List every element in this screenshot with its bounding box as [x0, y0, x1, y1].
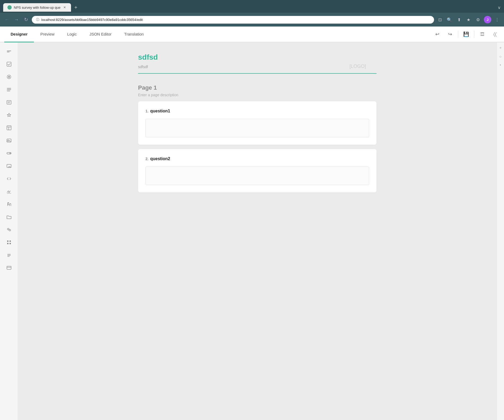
- right-panel-target-icon[interactable]: ⌖: [499, 46, 502, 50]
- svg-rect-8: [7, 100, 11, 104]
- save-button[interactable]: 💾: [461, 29, 471, 39]
- svg-rect-23: [10, 240, 11, 242]
- sidebar-dots-icon[interactable]: [3, 249, 15, 261]
- new-tab-button[interactable]: +: [72, 4, 79, 11]
- sidebar-text-icon[interactable]: [3, 46, 15, 57]
- sidebar-circles-icon[interactable]: [3, 224, 15, 235]
- sidebar-grid-icon[interactable]: [3, 237, 15, 248]
- question-1-title: 1. question1: [145, 109, 369, 113]
- svg-point-32: [7, 256, 8, 257]
- tab-title: NPS survey with follow-up que: [14, 6, 60, 10]
- svg-point-20: [7, 228, 9, 230]
- forward-button[interactable]: →: [13, 16, 20, 23]
- menu-icon[interactable]: ⋮: [493, 16, 501, 23]
- svg-rect-0: [7, 51, 11, 51]
- nav-divider: [458, 30, 458, 38]
- svg-point-26: [7, 254, 8, 255]
- sidebar-signature-icon[interactable]: [3, 186, 15, 197]
- tab-translation[interactable]: Translation: [118, 27, 150, 42]
- right-panel-circle-icon[interactable]: ○: [499, 54, 501, 59]
- settings-button[interactable]: ☲: [478, 29, 487, 39]
- svg-rect-1: [7, 52, 10, 52]
- svg-rect-6: [7, 89, 11, 90]
- svg-point-17: [10, 153, 11, 154]
- svg-point-31: [10, 255, 10, 256]
- survey-container: sdfsd [LOGO] sdfsdf Page 1 Enter a page …: [138, 53, 377, 409]
- svg-point-28: [10, 254, 10, 255]
- survey-header: sdfsd [LOGO] sdfsdf: [138, 53, 377, 74]
- tab-close-button[interactable]: ✕: [63, 5, 67, 10]
- svg-point-21: [9, 229, 11, 231]
- tab-designer[interactable]: Designer: [4, 27, 34, 42]
- sidebar-photo-icon[interactable]: [3, 160, 15, 172]
- tab-bar: NPS survey with follow-up que ✕ + ∨: [0, 0, 504, 13]
- app: Designer Preview Logic JSON Editor Trans…: [0, 27, 504, 420]
- right-panel-dot-icon: •: [500, 63, 501, 67]
- sidebar-folder-icon[interactable]: [3, 211, 15, 223]
- main-layout: sdfsd [LOGO] sdfsdf Page 1 Enter a page …: [0, 42, 504, 420]
- bookmark-icon[interactable]: ★: [465, 16, 472, 23]
- question-1-input[interactable]: [145, 119, 369, 137]
- url-text: localhost:8229/assets/bb6bae15bbb9497c90…: [41, 18, 143, 22]
- tab-logic[interactable]: Logic: [61, 27, 83, 42]
- svg-rect-24: [7, 243, 8, 244]
- right-panel: ⌖ ○ •: [497, 42, 504, 420]
- sidebar-panel-icon[interactable]: [3, 262, 15, 274]
- page-header: Page 1 Enter a page description: [138, 78, 377, 101]
- sidebar-font-icon[interactable]: [3, 198, 15, 210]
- sidebar-multiline-icon[interactable]: [3, 84, 15, 95]
- svg-point-29: [7, 255, 8, 256]
- svg-point-30: [8, 255, 9, 256]
- question-1-number: 1.: [145, 109, 149, 113]
- tab-bar-controls[interactable]: ∨: [498, 5, 501, 10]
- svg-rect-34: [7, 266, 11, 269]
- tab-preview[interactable]: Preview: [34, 27, 61, 42]
- extensions-icon[interactable]: ⚙: [474, 16, 482, 23]
- back-button[interactable]: ←: [3, 16, 11, 23]
- svg-point-27: [8, 254, 9, 255]
- top-nav: Designer Preview Logic JSON Editor Trans…: [0, 27, 504, 42]
- nav-divider2: [474, 30, 474, 38]
- svg-rect-11: [7, 126, 11, 130]
- undo-button[interactable]: ↩: [432, 29, 442, 39]
- reload-button[interactable]: ↻: [22, 16, 30, 23]
- page-title[interactable]: Page 1: [138, 84, 377, 91]
- svg-rect-25: [10, 243, 11, 244]
- sidebar-image-icon[interactable]: [3, 135, 15, 146]
- redo-button[interactable]: ↪: [445, 29, 455, 39]
- survey-subtitle: sdfsdf: [138, 65, 377, 69]
- question-card-1[interactable]: 1. question1: [138, 101, 377, 145]
- share-icon[interactable]: ⬆: [455, 16, 463, 23]
- sidebar-checkbox-icon[interactable]: [3, 58, 15, 70]
- page-description[interactable]: Enter a page description: [138, 93, 377, 97]
- svg-rect-5: [7, 88, 11, 89]
- sidebar-radio-icon[interactable]: [3, 71, 15, 83]
- svg-rect-9: [8, 102, 10, 102]
- sidebar: [0, 42, 18, 420]
- collapse-button[interactable]: 〈〈: [490, 29, 500, 39]
- question-2-input[interactable]: [145, 167, 369, 185]
- question-2-title: 2. question2: [145, 156, 369, 161]
- survey-title[interactable]: sdfsd: [138, 53, 377, 62]
- svg-rect-10: [8, 103, 10, 103]
- svg-rect-22: [7, 240, 8, 242]
- lock-icon: ⓘ: [36, 18, 39, 22]
- canvas: sdfsd [LOGO] sdfsdf Page 1 Enter a page …: [18, 42, 497, 420]
- address-input[interactable]: ⓘ localhost:8229/assets/bb6bae15bbb9497c…: [32, 16, 434, 24]
- sidebar-list-icon[interactable]: [3, 97, 15, 108]
- sidebar-toggle-icon[interactable]: [3, 147, 15, 159]
- address-bar: ← → ↻ ⓘ localhost:8229/assets/bb6bae15bb…: [0, 13, 504, 27]
- browser-actions: ⊡ 🔍 ⬆ ★ ⚙ J ⋮: [436, 16, 501, 23]
- browser-tab[interactable]: NPS survey with follow-up que ✕: [3, 3, 71, 12]
- nav-actions: ↩ ↪ 💾 ☲ 〈〈: [432, 29, 500, 39]
- sidebar-code-icon[interactable]: [3, 173, 15, 185]
- sidebar-table-icon[interactable]: [3, 122, 15, 134]
- translate-icon[interactable]: ⊡: [436, 16, 444, 23]
- zoom-icon[interactable]: 🔍: [446, 16, 453, 23]
- tab-json-editor[interactable]: JSON Editor: [83, 27, 118, 42]
- sidebar-star-icon[interactable]: [3, 109, 15, 121]
- logo-placeholder: [LOGO]: [350, 64, 366, 69]
- question-card-2[interactable]: 2. question2: [138, 149, 377, 192]
- user-avatar[interactable]: J: [484, 16, 491, 23]
- nav-tabs: Designer Preview Logic JSON Editor Trans…: [4, 27, 150, 42]
